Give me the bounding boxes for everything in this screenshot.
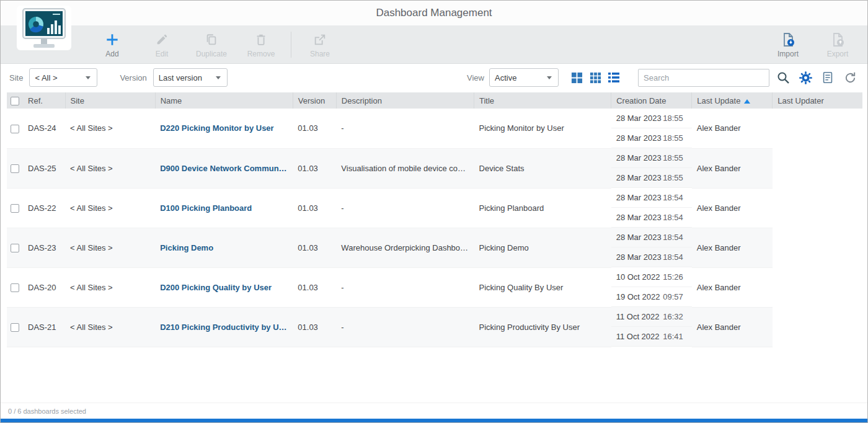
column-header-site[interactable]: Site xyxy=(65,92,155,109)
cell-ref: DAS-22 xyxy=(23,188,65,228)
settings-button[interactable] xyxy=(797,69,814,86)
filter-bar: Site < All > Version Last version View A… xyxy=(1,64,867,91)
cell-description: - xyxy=(336,267,474,307)
import-button[interactable]: Import xyxy=(768,28,808,61)
column-header-version[interactable]: Version xyxy=(293,92,336,109)
cell-title: Picking Planboard xyxy=(474,188,611,228)
view-filter-select[interactable]: Active xyxy=(489,68,559,87)
row-checkbox[interactable] xyxy=(11,164,19,173)
cell-name[interactable]: D210 Picking Productivity by User xyxy=(155,307,293,347)
row-checkbox[interactable] xyxy=(11,323,19,332)
cell-site: < All Sites > xyxy=(65,148,155,188)
share-button[interactable]: Share xyxy=(300,28,340,61)
edit-button-label: Edit xyxy=(156,50,169,58)
cell-description: Visualisation of mobile device conn... xyxy=(336,148,474,188)
cell-description: Warehouse Orderpicking Dashboar... xyxy=(336,228,474,267)
cell-updater: Alex Bander xyxy=(692,307,773,347)
trash-icon xyxy=(254,31,268,48)
cell-name[interactable]: D100 Picking Planboard xyxy=(155,188,293,228)
remove-button[interactable]: Remove xyxy=(241,28,281,61)
page-title: Dashboard Management xyxy=(376,7,492,19)
version-filter-value: Last version xyxy=(159,73,202,82)
large-grid-icon xyxy=(571,72,583,84)
refresh-button[interactable] xyxy=(841,69,859,86)
column-header-description[interactable]: Description xyxy=(336,92,474,109)
import-icon xyxy=(780,31,796,48)
search-button[interactable] xyxy=(774,69,792,86)
add-button-label: Add xyxy=(105,50,118,58)
edit-button[interactable]: Edit xyxy=(142,28,182,61)
version-filter-label: Version xyxy=(120,73,146,82)
table-row[interactable]: DAS-25< All Sites >D900 Device Network C… xyxy=(7,148,862,188)
small-grid-icon xyxy=(590,72,601,84)
row-checkbox[interactable] xyxy=(11,204,19,213)
row-checkbox[interactable] xyxy=(11,283,19,292)
site-filter-select[interactable]: < All > xyxy=(29,68,97,87)
site-filter-value: < All > xyxy=(35,73,57,82)
search-box xyxy=(638,69,769,87)
cell-name[interactable]: Picking Demo xyxy=(155,228,293,267)
cell-ref: DAS-21 xyxy=(23,307,65,347)
column-header-name[interactable]: Name xyxy=(155,92,293,109)
plus-icon xyxy=(104,31,120,48)
table-row[interactable]: DAS-21< All Sites >D210 Picking Producti… xyxy=(7,307,862,347)
small-grid-view-button[interactable] xyxy=(587,69,603,86)
remove-button-label: Remove xyxy=(247,50,275,58)
cell-name[interactable]: D220 Picking Monitor by User xyxy=(155,109,293,148)
cell-updater: Alex Bander xyxy=(692,267,773,307)
report-button[interactable] xyxy=(819,69,836,86)
cell-creation_date: 28 Mar 202318:54 xyxy=(611,188,692,208)
cell-description: - xyxy=(336,109,474,148)
toolbar-divider xyxy=(291,32,291,58)
cell-title: Picking Quality By User xyxy=(474,267,611,307)
duplicate-button[interactable]: Duplicate xyxy=(192,28,231,61)
app-logo xyxy=(17,6,71,55)
refresh-icon xyxy=(843,71,857,85)
table-body: DAS-24< All Sites >D220 Picking Monitor … xyxy=(7,109,862,347)
table-row[interactable]: DAS-20< All Sites >D200 Picking Quality … xyxy=(7,267,862,307)
cell-version: 01.03 xyxy=(293,109,336,148)
cell-version: 01.03 xyxy=(293,267,336,307)
table-row[interactable]: DAS-22< All Sites >D100 Picking Planboar… xyxy=(7,188,862,228)
cell-site: < All Sites > xyxy=(65,307,155,347)
row-checkbox[interactable] xyxy=(11,125,19,133)
cell-title: Device Stats xyxy=(474,148,611,188)
search-input[interactable] xyxy=(644,73,764,82)
column-header-update_date[interactable]: Last Update xyxy=(692,92,773,109)
cell-version: 01.03 xyxy=(293,228,336,267)
add-button[interactable]: Add xyxy=(92,28,132,61)
table-row[interactable]: DAS-23< All Sites >Picking Demo01.03Ware… xyxy=(7,228,862,267)
row-checkbox[interactable] xyxy=(11,244,19,252)
cell-update_date: 19 Oct 202209:57 xyxy=(611,287,692,307)
column-header-creation_date[interactable]: Creation Date xyxy=(611,92,692,109)
view-controls: View Active xyxy=(467,68,859,87)
duplicate-button-label: Duplicate xyxy=(196,50,227,58)
cell-name[interactable]: D200 Picking Quality by User xyxy=(155,267,293,307)
export-button[interactable]: Export xyxy=(818,28,857,61)
cell-title: Picking Monitor by User xyxy=(474,109,611,148)
pencil-icon xyxy=(155,31,169,48)
cell-site: < All Sites > xyxy=(65,188,155,228)
cell-update_date: 11 Oct 202216:41 xyxy=(611,327,692,347)
cell-updater: Alex Bander xyxy=(692,148,773,188)
copy-icon xyxy=(205,31,218,48)
site-filter-label: Site xyxy=(9,73,23,82)
cell-description: - xyxy=(336,307,474,347)
list-view-button[interactable] xyxy=(606,69,622,86)
table-row[interactable]: DAS-24< All Sites >D220 Picking Monitor … xyxy=(7,109,862,148)
cell-version: 01.03 xyxy=(293,188,336,228)
document-icon xyxy=(821,71,835,84)
version-filter-select[interactable]: Last version xyxy=(153,68,228,87)
large-grid-view-button[interactable] xyxy=(569,69,585,86)
cell-updater: Alex Bander xyxy=(692,109,773,148)
cell-creation_date: 28 Mar 202318:54 xyxy=(611,228,692,247)
cell-site: < All Sites > xyxy=(65,228,155,267)
cell-name[interactable]: D900 Device Network Communicat... xyxy=(155,148,293,188)
dashboard-logo-icon xyxy=(17,6,71,53)
column-header-ref[interactable]: Ref. xyxy=(23,92,65,109)
cell-creation_date: 10 Oct 202215:26 xyxy=(611,267,692,287)
column-header-title[interactable]: Title xyxy=(474,92,611,109)
select-all-checkbox[interactable] xyxy=(11,97,19,105)
cell-update_date: 28 Mar 202318:54 xyxy=(611,208,692,228)
column-header-updater[interactable]: Last Updater xyxy=(773,92,862,109)
